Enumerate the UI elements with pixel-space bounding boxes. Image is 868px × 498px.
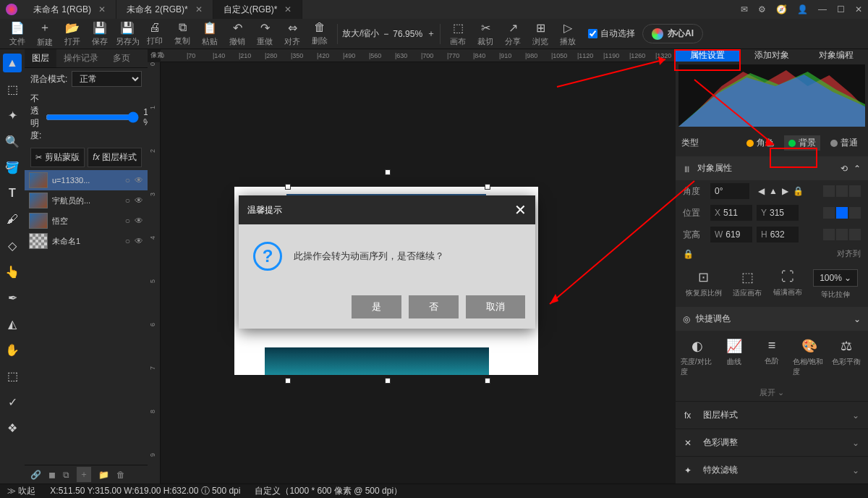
layer-style-button[interactable]: fx 图层样式 — [88, 148, 142, 167]
layer-visibility-icon[interactable]: 👁 — [135, 216, 143, 226]
quick-color-header[interactable]: ◎ 快捷调色 ⌄ — [676, 307, 868, 331]
toolbar-播放[interactable]: ▷播放 — [555, 20, 581, 48]
layer-panel-tab[interactable]: 多页 — [106, 49, 137, 67]
link-layers-icon[interactable]: 🔗 — [30, 470, 41, 480]
eraser-tool[interactable]: ◇ — [3, 236, 22, 255]
layer-row[interactable]: 未命名1 ○ 👁 — [25, 231, 148, 251]
accordion-图层样式[interactable]: fx图层样式⌄ — [676, 401, 868, 429]
quick-adjust-button[interactable]: ◐亮度/对比度 — [681, 338, 714, 377]
document-tab[interactable]: 未命名 2(RGB)*✕ — [116, 0, 213, 19]
layer-lock-icon[interactable]: ○ — [125, 195, 130, 206]
y-input[interactable]: Y315 — [757, 205, 799, 221]
handle-tr[interactable] — [485, 184, 490, 190]
toolbar-对齐[interactable]: ⇔对齐 — [279, 20, 305, 48]
shape-tool[interactable]: ◭ — [3, 314, 22, 333]
folder-icon[interactable]: 📁 — [98, 470, 109, 480]
swatch[interactable] — [823, 229, 835, 240]
quick-adjust-button[interactable]: ⚖色彩平衡 — [830, 338, 863, 377]
document-tab[interactable]: 自定义(RGB)*✕ — [213, 0, 303, 19]
handle-br[interactable] — [485, 378, 490, 384]
accordion-特效滤镜[interactable]: ✦特效滤镜⌄ — [676, 456, 868, 484]
reset-icon[interactable]: ⟲ — [841, 164, 848, 174]
layer-visibility-icon[interactable]: 👁 — [135, 236, 143, 246]
text-tool[interactable]: T — [3, 184, 22, 203]
document-tab[interactable]: 未命名 1(RGB)✕ — [23, 0, 116, 19]
type-option[interactable]: 普通 — [826, 135, 862, 151]
tab-close-icon[interactable]: ✕ — [195, 4, 203, 14]
expand-more[interactable]: 展开 ⌄ — [676, 384, 868, 401]
hand-tool[interactable]: ✋ — [3, 340, 22, 359]
swatch[interactable] — [849, 207, 861, 219]
toolbar-文件[interactable]: 📄文件 — [4, 20, 30, 48]
scale-percent[interactable]: 100% ⌄等比拉伸 — [813, 269, 858, 300]
swatch[interactable] — [849, 185, 861, 197]
swatch[interactable] — [823, 185, 835, 197]
smudge-tool[interactable]: 👆 — [3, 262, 22, 281]
handle-bc[interactable] — [385, 378, 391, 384]
auto-select-checkbox[interactable]: 自动选择 — [588, 28, 635, 40]
group-icon[interactable]: ⧉ — [63, 470, 69, 480]
zoom-in-icon[interactable]: ＋ — [427, 28, 435, 40]
toolbar-撤销[interactable]: ↶撤销 — [224, 20, 250, 48]
toolbar-画布[interactable]: ⬚画布 — [445, 20, 471, 48]
brush-tool[interactable]: 🖌 — [3, 210, 22, 229]
no-button[interactable]: 否 — [409, 295, 459, 318]
layer-row[interactable]: 悟空 ○ 👁 — [25, 211, 148, 231]
tab-close-icon[interactable]: ✕ — [284, 4, 292, 14]
zoom-value[interactable]: 76.95% — [393, 29, 422, 39]
rotate-left-icon[interactable]: ◀ — [758, 186, 765, 196]
toolbar-保存[interactable]: 💾保存 — [87, 20, 113, 48]
dialog-close-icon[interactable]: ✕ — [514, 201, 527, 219]
handle-bl[interactable] — [285, 378, 291, 384]
layer-lock-icon[interactable]: ○ — [125, 236, 130, 246]
ai-badge[interactable]: 亦心AI — [642, 24, 703, 43]
crop-tool[interactable]: ⬚ — [3, 366, 22, 385]
canvas-image-2[interactable] — [265, 347, 489, 375]
delete-layer-icon[interactable]: 🗑 — [116, 470, 125, 480]
layer-panel-tab[interactable]: 操作记录 — [56, 49, 106, 67]
toolbar-新建[interactable]: ＋新建 — [32, 20, 58, 48]
blend-mode-select[interactable]: 正常 — [72, 71, 142, 87]
accordion-色彩调整[interactable]: ✕色彩调整⌄ — [676, 429, 868, 456]
layer-row[interactable]: u=11330... ○ 👁 — [25, 170, 148, 190]
new-layer-icon[interactable]: ＋ — [77, 467, 91, 482]
marquee-tool[interactable]: ⬚ — [3, 80, 22, 98]
clip-mask-button[interactable]: ✂ 剪贴蒙版 — [30, 148, 85, 167]
fit-button[interactable]: ⬚适应画布 — [733, 269, 762, 300]
x-input[interactable]: X511 — [710, 205, 752, 221]
toolbar-粘贴[interactable]: 📋粘贴 — [197, 20, 223, 48]
yes-button[interactable]: 是 — [352, 295, 401, 318]
toolbar-裁切[interactable]: ✂裁切 — [472, 20, 498, 48]
mail-icon[interactable]: ✉ — [741, 4, 748, 14]
h-input[interactable]: H632 — [757, 227, 799, 242]
lock-icon[interactable]: 🔒 — [793, 186, 804, 196]
rotate-right-icon[interactable]: ▶ — [782, 186, 788, 196]
quick-adjust-button[interactable]: 🎨色相/饱和度 — [793, 338, 826, 377]
handle-tc[interactable] — [385, 169, 391, 175]
toolbar-分享[interactable]: ↗分享 — [500, 20, 526, 48]
zoom-tool[interactable]: 🔍 — [3, 132, 22, 151]
toolbar-打开[interactable]: 📂打开 — [59, 20, 85, 48]
zoom-out-icon[interactable]: − — [383, 29, 388, 39]
wand-tool[interactable]: ✦ — [3, 106, 22, 124]
move-tool[interactable]: ▲ — [3, 54, 22, 72]
fit-button[interactable]: ⊡恢复原比例 — [686, 269, 722, 300]
toolbar-另存为[interactable]: 💾另存为 — [114, 20, 140, 48]
toolbar-浏览[interactable]: ⊞浏览 — [527, 20, 553, 48]
bucket-tool[interactable]: 🪣 — [3, 158, 22, 177]
w-input[interactable]: W619 — [710, 227, 752, 242]
toolbar-复制[interactable]: ⧉复制 — [169, 20, 195, 48]
maximize-icon[interactable]: ☐ — [837, 4, 845, 14]
layers-icon[interactable]: ❖ — [3, 418, 22, 437]
layer-panel-tab[interactable]: 图层 — [25, 49, 56, 67]
swatch[interactable] — [823, 207, 835, 219]
flip-h-icon[interactable]: ▲ — [769, 186, 778, 196]
chevron-down-icon[interactable]: ⌄ — [854, 314, 861, 324]
toolbar-删除[interactable]: 🗑删除 — [307, 20, 333, 48]
layer-lock-icon[interactable]: ○ — [125, 175, 130, 185]
quick-adjust-button[interactable]: ≡色阶 — [755, 338, 788, 377]
layer-row[interactable]: 宇航员的... ○ 👁 — [25, 190, 148, 211]
toolbar-打印[interactable]: 🖨打印 — [142, 20, 168, 48]
tab-close-icon[interactable]: ✕ — [98, 4, 106, 14]
handle-tl[interactable] — [285, 184, 291, 190]
